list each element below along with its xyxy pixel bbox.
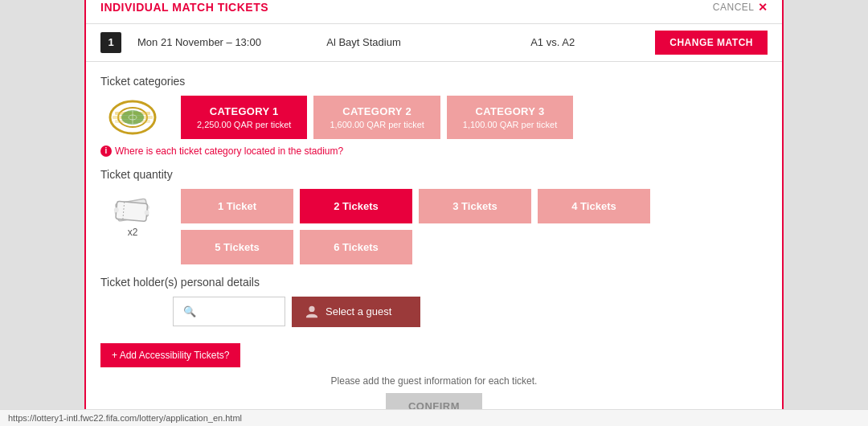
quantity-grid: 1 Ticket 2 Tickets 3 Tickets 4 Tickets 5… — [181, 189, 650, 264]
guest-info-text: Please add the guest information for eac… — [86, 375, 782, 387]
svg-point-16 — [309, 305, 314, 311]
stadium-icon — [108, 97, 157, 137]
change-match-button[interactable]: CHANGE MATCH — [655, 31, 768, 55]
ticket-quantity-section: Ticket quantity — [86, 168, 782, 264]
cancel-button[interactable]: CANCEL ✕ — [713, 1, 768, 14]
cat2-price: 1,600.00 QAR per ticket — [330, 120, 424, 129]
cat1-label: CATEGORY 1 — [197, 105, 291, 117]
qty-3-button[interactable]: 3 Tickets — [419, 189, 531, 223]
qty-2-button[interactable]: 2 Tickets — [300, 189, 412, 223]
url-text: https://lottery1-intl.fwc22.fifa.com/lot… — [8, 413, 242, 423]
svg-rect-12 — [116, 201, 148, 221]
category-2-button[interactable]: CATEGORY 2 1,600.00 QAR per ticket — [313, 96, 440, 139]
cat1-price: 2,250.00 QAR per ticket — [197, 120, 291, 129]
select-guest-button[interactable]: Select a guest — [292, 297, 420, 327]
qty-1-button[interactable]: 1 Ticket — [181, 189, 293, 223]
category-buttons: CATEGORY 1 2,250.00 QAR per ticket CATEG… — [181, 96, 573, 139]
accessibility-label: + Add Accessibility Tickets? — [112, 350, 229, 361]
ticket-categories-section: Ticket categories — [86, 75, 782, 157]
qty-5-button[interactable]: 5 Tickets — [181, 230, 293, 264]
modal-title: INDIVIDUAL MATCH TICKETS — [100, 1, 268, 14]
x2-label: x2 — [128, 227, 138, 238]
match-number: 1 — [100, 32, 121, 53]
ticket-x2-icon-wrapper: x2 — [100, 189, 165, 238]
match-date: Mon 21 November – 13:00 — [137, 36, 261, 48]
holder-search-input[interactable] — [173, 297, 285, 326]
category-info-link[interactable]: i Where is each ticket category located … — [100, 145, 768, 157]
category-1-button[interactable]: CATEGORY 1 2,250.00 QAR per ticket — [181, 96, 307, 139]
holder-row: Select a guest — [173, 297, 768, 327]
holder-title: Ticket holder(s) personal details — [100, 276, 768, 289]
quantity-title: Ticket quantity — [100, 168, 768, 181]
guest-icon — [305, 305, 319, 319]
status-bar: https://lottery1-intl.fwc22.fifa.com/lot… — [0, 409, 868, 426]
categories-title: Ticket categories — [100, 75, 768, 88]
match-row: 1 Mon 21 November – 13:00 Al Bayt Stadiu… — [86, 23, 782, 62]
stadium-icon-wrapper — [100, 97, 165, 137]
cancel-label: CANCEL — [713, 2, 755, 13]
quantity-row: x2 1 Ticket 2 Tickets 3 Tickets 4 Ticket… — [100, 189, 768, 264]
modal: INDIVIDUAL MATCH TICKETS CANCEL ✕ 1 Mon … — [84, 0, 784, 426]
match-teams: A1 vs. A2 — [466, 36, 639, 48]
ticket-x2-icon — [113, 193, 153, 225]
cat2-label: CATEGORY 2 — [330, 105, 424, 117]
modal-header: INDIVIDUAL MATCH TICKETS CANCEL ✕ — [86, 0, 782, 23]
select-guest-label: Select a guest — [326, 305, 391, 317]
qty-6-button[interactable]: 6 Tickets — [300, 230, 412, 264]
categories-row: CATEGORY 1 2,250.00 QAR per ticket CATEG… — [100, 96, 768, 139]
info-icon: i — [100, 145, 112, 157]
category-3-button[interactable]: CATEGORY 3 1,100.00 QAR per ticket — [447, 96, 573, 139]
cancel-x-icon: ✕ — [758, 1, 768, 14]
info-text: Where is each ticket category located in… — [115, 145, 343, 157]
accessibility-button[interactable]: + Add Accessibility Tickets? — [100, 343, 240, 367]
page-wrapper: INDIVIDUAL MATCH TICKETS CANCEL ✕ 1 Mon … — [0, 0, 868, 426]
match-stadium: Al Bayt Stadium — [277, 36, 450, 48]
cat3-price: 1,100.00 QAR per ticket — [463, 120, 557, 129]
qty-4-button[interactable]: 4 Tickets — [538, 189, 650, 223]
ticket-holders-section: Ticket holder(s) personal details Select… — [86, 276, 782, 327]
cat3-label: CATEGORY 3 — [463, 105, 557, 117]
